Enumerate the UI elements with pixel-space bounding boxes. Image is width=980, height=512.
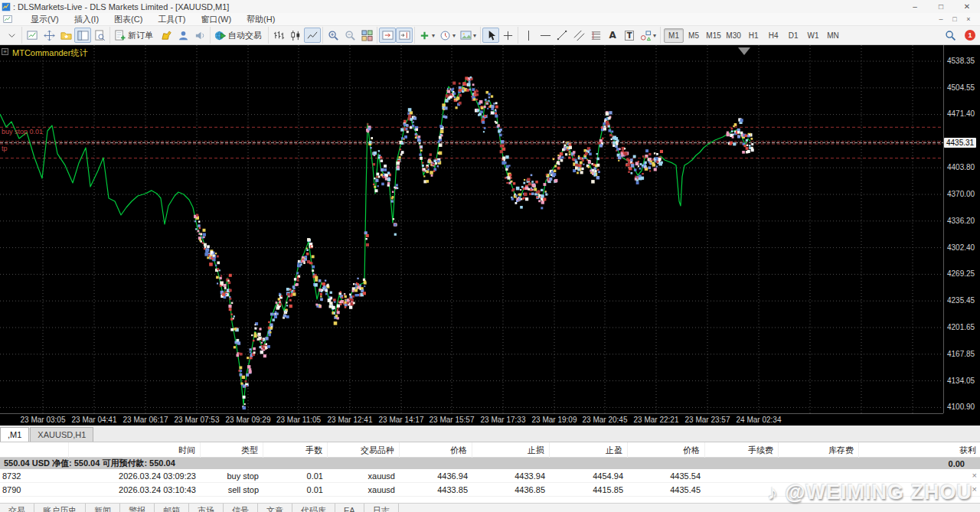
menu-item-tools[interactable]: 工具(T) [150,13,193,25]
horizontal-line-button[interactable] [537,28,554,43]
mdi-close-button[interactable]: × [962,15,975,23]
market-watch-button[interactable] [74,28,91,43]
price-chart[interactable] [0,45,943,413]
periods-button[interactable]: ▾ [437,28,458,43]
terminal-tab-新闻[interactable]: 新闻 [86,504,120,512]
text-button[interactable]: A [604,28,621,43]
orders-header-cell: 价格 [628,442,705,458]
line-chart-button[interactable] [304,28,321,43]
menu-item-help[interactable]: 帮助(H) [239,13,283,25]
zoom-out-button[interactable] [341,28,358,43]
sound-button[interactable] [191,28,208,43]
maximize-button[interactable]: □ [928,1,954,13]
price-axis-label: 4235.45 [947,296,975,305]
linechart-icon [307,30,318,41]
new-order-button[interactable]: 新订单 [112,28,158,43]
chart-shift-button[interactable] [396,28,413,43]
tf-m1-button[interactable]: M1 [664,28,684,43]
window-layout-icon [77,30,89,41]
templates-button[interactable]: ▾ [458,28,479,43]
data-window-button[interactable] [91,28,108,43]
table-row[interactable]: 87902026.03.24 03:10:43sell stop0.01xauu… [0,483,980,497]
orders-table-header: 时间类型手数交易品种价格止损止盈价格手续费库存费获利 [0,442,980,458]
price-axis-label: 4201.65 [947,323,975,331]
tf-mn-button[interactable]: MN [823,28,843,43]
toolbar-overflow-button[interactable] [3,28,20,43]
order-cell: 0.01 [263,470,328,482]
chart-shift-marker[interactable] [738,47,750,55]
tile-windows-button[interactable] [358,28,375,43]
tf-m5-button[interactable]: M5 [684,28,704,43]
metaeditor-button[interactable] [158,28,175,43]
terminal-tab-警报[interactable]: 警报 [120,504,155,512]
terminal-tab-邮箱[interactable]: 邮箱 [155,504,189,512]
menu-item-insert[interactable]: 插入(I) [67,13,106,25]
order-cell: xauusd [328,484,400,496]
tf-h1-button[interactable]: H1 [743,28,763,43]
title-bar: : DLSMarkets-Live - DLS Markets Limited … [0,0,980,13]
tile-icon [361,30,373,41]
channel-button[interactable] [570,28,587,43]
indicator-expand-icon[interactable]: + [2,48,8,55]
menu-item-charts[interactable]: 图表(C) [106,13,150,25]
terminal-tab-日志[interactable]: 日志 [364,504,399,512]
terminal-tab-文章[interactable]: 文章 [258,504,292,512]
terminal-tab-交易[interactable]: 交易 [0,504,34,512]
time-axis-label: 23 Mar 20:45 [583,416,628,424]
bars-chart-button[interactable] [270,28,287,43]
time-axis-label: 23 Mar 22:21 [634,416,679,424]
text-label-button[interactable]: T [621,28,638,43]
chart-tab-xauusdh1[interactable]: XAUUSD,H1 [30,427,93,442]
shapes-button[interactable]: ▾ [638,28,658,43]
fibonacci-button[interactable] [587,28,604,43]
cursor-button[interactable] [482,28,499,43]
trendline-button[interactable] [554,28,570,43]
label-t-icon: T [625,31,635,41]
tf-h4-button[interactable]: H4 [763,28,783,43]
menu-item-view[interactable]: 显示(V) [23,13,67,25]
minimize-button[interactable]: – [902,1,928,13]
time-axis-label: 23 Mar 03:05 [21,416,66,424]
table-row[interactable]: 87322026.03.24 03:09:23buy stop0.01xauus… [0,469,980,483]
auto-scroll-button[interactable] [379,28,396,43]
menu-item-window[interactable]: 窗口(W) [193,13,239,25]
crosshair-move-icon [44,30,55,41]
tf-m15-button[interactable]: M15 [704,28,724,43]
terminal-tab-信号[interactable]: 信号 [224,504,258,512]
close-button[interactable]: ✕ [954,1,980,13]
terminal-tab-账户历史[interactable]: 账户历史 [34,504,86,512]
tf-w1-button[interactable]: W1 [803,28,823,43]
zoom-in-button[interactable] [325,28,341,43]
terminal-tab-代码库[interactable]: 代码库 [292,504,335,512]
chart-tab-m1[interactable]: ,M1 [0,427,29,442]
candles-chart-button[interactable] [287,28,304,43]
time-axis-label: 23 Mar 19:09 [532,416,577,424]
profiles-icon [60,30,72,41]
price-axis-label: 4336.20 [947,217,975,225]
order-cell: sell stop [201,484,263,496]
vertical-line-button[interactable] [520,28,537,43]
terminal-tab-ea[interactable]: EA [335,504,364,512]
tf-d1-button[interactable]: D1 [783,28,803,43]
search-button[interactable] [942,28,959,43]
terminal-tab-市场[interactable]: 市场 [189,504,224,512]
crosshair-button[interactable] [499,28,516,43]
mdi-minimize-button[interactable]: – [934,15,948,23]
mdi-restore-button[interactable]: □ [948,15,962,23]
orders-header-cell [0,442,69,458]
auto-trading-label: 自动交易 [228,30,262,41]
price-axis-label: 4167.85 [947,350,975,358]
profiles-button[interactable] [57,28,74,43]
delete-order-button[interactable]: × [972,484,977,494]
indicators-button[interactable]: ▾ [416,28,437,43]
delete-order-button[interactable]: × [972,471,977,481]
community-button[interactable] [175,28,191,43]
notification-badge[interactable]: 1 [965,30,975,41]
orders-header-cell: 手续费 [705,442,779,458]
cursor-mode-button[interactable] [41,28,57,43]
orders-header-cell: 价格 [400,442,472,458]
new-chart-button[interactable] [24,28,41,43]
auto-trading-button[interactable]: 自动交易 [212,28,266,43]
toolbar-group-insert-menus: ▾▾▾ [415,27,481,44]
tf-m30-button[interactable]: M30 [724,28,743,43]
